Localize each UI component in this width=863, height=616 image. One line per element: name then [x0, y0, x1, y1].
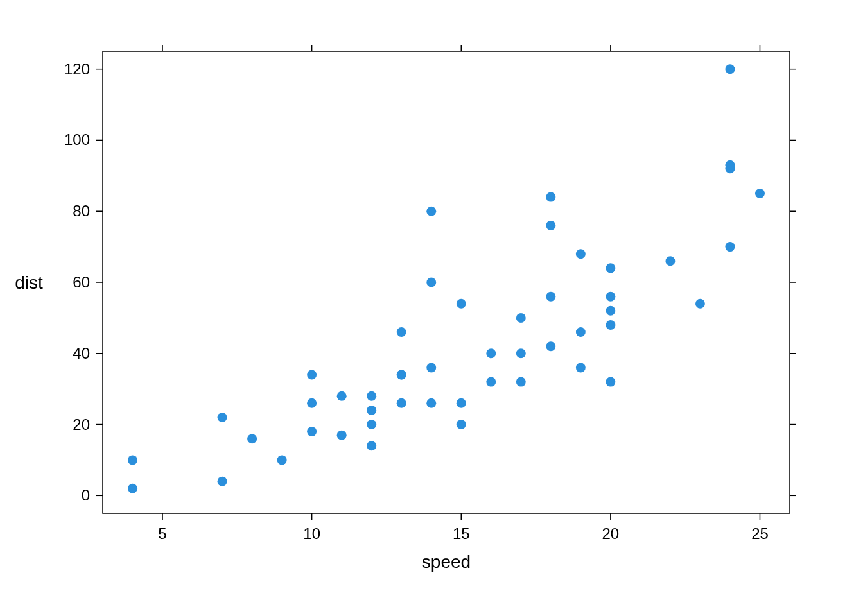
data-point [426, 207, 436, 216]
data-point [546, 193, 555, 202]
x-axis-label: speed [422, 552, 471, 572]
data-point [606, 263, 615, 273]
data-point [397, 398, 406, 408]
data-point [426, 363, 436, 372]
data-point [546, 341, 555, 351]
data-point [725, 160, 735, 170]
data-point [606, 306, 615, 316]
data-point [546, 292, 555, 302]
data-point [367, 406, 376, 415]
chart-svg: 510152025020406080100120speeddist [0, 0, 863, 616]
data-point [307, 398, 317, 408]
data-point [606, 377, 615, 387]
x-tick-label: 10 [303, 525, 320, 542]
data-point [457, 420, 466, 429]
data-point [486, 348, 496, 358]
data-point [606, 292, 615, 302]
data-point [337, 431, 347, 440]
y-tick-label: 100 [64, 131, 90, 148]
data-point [218, 413, 227, 422]
data-point [277, 455, 287, 465]
data-point [576, 249, 586, 259]
y-tick-label: 60 [73, 273, 90, 291]
y-axis-label: dist [15, 273, 43, 293]
y-tick-label: 40 [73, 345, 90, 362]
y-tick-label: 20 [73, 416, 90, 433]
data-point [725, 242, 735, 252]
x-tick-label: 5 [158, 525, 166, 542]
x-tick-label: 25 [751, 525, 769, 542]
data-point [516, 313, 526, 323]
data-point [606, 320, 615, 330]
data-point [665, 256, 675, 266]
data-point [247, 434, 257, 443]
data-point [486, 377, 496, 387]
data-point [397, 370, 406, 380]
data-point [576, 363, 586, 372]
data-point [367, 420, 376, 429]
scatter-chart: 510152025020406080100120speeddist [0, 0, 863, 616]
data-point [725, 64, 735, 74]
data-point [426, 398, 436, 408]
x-tick-label: 20 [602, 525, 620, 542]
data-point [307, 427, 317, 436]
data-point [128, 484, 137, 493]
data-point [546, 221, 555, 230]
data-point [397, 327, 406, 337]
y-tick-label: 80 [73, 202, 90, 219]
data-point [516, 377, 526, 387]
data-point [426, 278, 436, 287]
data-point [576, 327, 586, 337]
data-point [457, 398, 466, 408]
y-tick-label: 120 [64, 60, 90, 78]
data-point [367, 391, 376, 401]
plot-border [103, 51, 790, 513]
data-point [367, 441, 376, 450]
x-tick-label: 15 [453, 525, 470, 542]
data-point [128, 455, 137, 465]
data-point [218, 477, 227, 486]
data-point [516, 348, 526, 358]
data-point [695, 299, 705, 309]
y-tick-label: 0 [82, 486, 90, 504]
data-point [755, 189, 765, 198]
data-point [457, 299, 466, 309]
data-point [337, 391, 347, 401]
data-point [307, 370, 317, 380]
